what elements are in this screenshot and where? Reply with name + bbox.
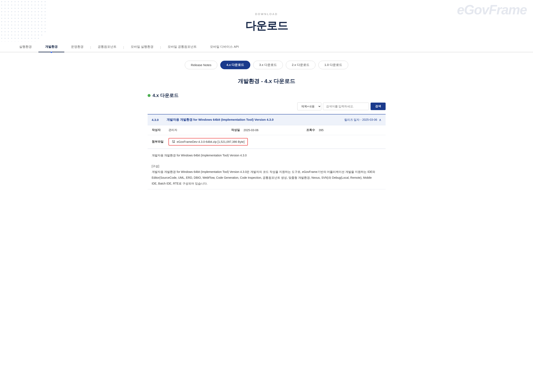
svg-point-168 (11, 41, 12, 42)
svg-point-55 (45, 11, 46, 12)
tab-mobile-common[interactable]: 모바일 공통컴포넌트 (161, 42, 203, 52)
subtab-row: Release Notes 4.x 다운로드 3.x 다운로드 2.x 다운로드… (148, 61, 385, 69)
svg-point-153 (1, 38, 2, 39)
tab-common[interactable]: 공통컴포넌트 (91, 42, 123, 52)
tab-dev[interactable]: 개발환경 (38, 42, 64, 52)
svg-point-54 (41, 11, 42, 12)
svg-point-13 (45, 1, 46, 2)
svg-point-42 (1, 11, 2, 12)
subtab-4x[interactable]: 4.x 다운로드 (220, 61, 250, 69)
chevron-up-icon: ∧ (379, 118, 381, 122)
svg-point-49 (25, 11, 26, 12)
svg-point-2 (8, 1, 9, 2)
item-version: 4.3.0 (152, 118, 163, 121)
subtab-1x[interactable]: 1.0 다운로드 (318, 61, 348, 69)
svg-point-161 (28, 38, 29, 39)
svg-point-46 (15, 11, 16, 12)
svg-point-0 (1, 1, 2, 2)
svg-point-17 (11, 5, 12, 6)
search-input[interactable] (323, 103, 369, 110)
tab-mobile-device[interactable]: 모바일 디바이스 API (203, 42, 246, 52)
author-value: 관리자 (168, 128, 231, 132)
tab-navigation: 실행환경 개발환경 운영환경 | 공통컴포넌트 | 모바일 실행환경 | 모바일… (0, 42, 533, 52)
svg-point-28 (1, 8, 2, 9)
svg-point-16 (8, 5, 9, 6)
svg-point-15 (5, 5, 6, 6)
author-label: 작성자 (152, 128, 168, 132)
svg-point-154 (5, 38, 6, 39)
svg-point-40 (41, 8, 42, 9)
item-release-date: 릴리즈 일자 - 2025-03-06 ∧ (344, 118, 381, 122)
svg-point-21 (25, 5, 26, 6)
svg-point-151 (38, 35, 39, 36)
tab-runtime[interactable]: 실행환경 (13, 42, 38, 52)
svg-point-1 (5, 1, 6, 2)
svg-point-44 (8, 11, 9, 12)
svg-point-9 (31, 1, 32, 2)
svg-point-20 (21, 5, 22, 6)
svg-point-155 (8, 38, 9, 39)
file-icon: 🖫 (172, 140, 175, 144)
svg-point-165 (1, 41, 2, 42)
tab-mobile-runtime[interactable]: 모바일 실행환경 (124, 42, 160, 52)
svg-point-5 (18, 1, 19, 2)
search-button[interactable]: 검색 (371, 103, 385, 110)
attachment-file-link[interactable]: 🖫 eGovFrameDev-4.3.0-64bit.zip [1,521,09… (168, 138, 248, 145)
section-heading: 4.x 다운로드 (153, 92, 179, 99)
search-type-select[interactable]: 제목+내용 (297, 102, 321, 110)
header-area: eGovFrame DOWNLOAD 다운로드 (0, 0, 533, 42)
svg-point-51 (31, 11, 32, 12)
svg-point-41 (45, 8, 46, 9)
svg-point-19 (18, 5, 19, 6)
svg-point-148 (28, 35, 29, 36)
svg-point-141 (5, 35, 6, 36)
svg-point-166 (5, 41, 6, 42)
svg-point-33 (18, 8, 19, 9)
svg-point-167 (8, 41, 9, 42)
svg-point-164 (38, 38, 39, 39)
svg-point-147 (25, 35, 26, 36)
svg-point-14 (1, 5, 2, 6)
header-title: 다운로드 (0, 19, 533, 33)
tab-ops[interactable]: 운영환경 (64, 42, 90, 52)
svg-point-23 (31, 5, 32, 6)
svg-point-6 (21, 1, 22, 2)
subtab-2x[interactable]: 2.x 다운로드 (286, 61, 315, 69)
svg-point-26 (41, 5, 42, 6)
svg-point-47 (18, 11, 19, 12)
svg-point-143 (11, 35, 12, 36)
attachment-filename: eGovFrameDev-4.3.0-64bit.zip [1,521,097,… (177, 140, 245, 144)
list-item-header[interactable]: 4.3.0 개발자용 개발환경 for Windows 64bit (Imple… (148, 114, 385, 125)
svg-point-29 (5, 8, 6, 9)
date-label: 작성일 (231, 128, 244, 132)
svg-point-52 (35, 11, 36, 12)
subtab-3x[interactable]: 3.x 다운로드 (253, 61, 283, 69)
svg-point-18 (15, 5, 16, 6)
svg-point-39 (38, 8, 39, 9)
svg-point-4 (15, 1, 16, 2)
svg-point-34 (21, 8, 22, 9)
svg-point-31 (11, 8, 12, 9)
detail-meta-row: 작성자 관리자 작성일 2025-03-06 조회수 395 (148, 125, 385, 135)
svg-point-36 (28, 8, 29, 9)
views-label: 조회수 (306, 128, 319, 132)
date-value: 2025-03-06 (244, 128, 306, 132)
svg-point-144 (15, 35, 16, 36)
svg-point-156 (11, 38, 12, 39)
svg-point-149 (31, 35, 32, 36)
svg-point-3 (11, 1, 12, 2)
svg-point-145 (18, 35, 19, 36)
subtab-release-notes[interactable]: Release Notes (185, 61, 217, 69)
svg-point-150 (35, 35, 36, 36)
svg-point-53 (38, 11, 39, 12)
svg-point-48 (21, 11, 22, 12)
header-subtitle: DOWNLOAD (0, 13, 533, 16)
svg-point-37 (31, 8, 32, 9)
search-row: 제목+내용 검색 (148, 102, 385, 110)
svg-point-146 (21, 35, 22, 36)
svg-point-11 (38, 1, 39, 2)
svg-point-157 (15, 38, 16, 39)
svg-point-12 (41, 1, 42, 2)
detail-grid: 작성자 관리자 작성일 2025-03-06 조회수 395 첨부파일 🖫 eG… (148, 125, 385, 149)
svg-point-25 (38, 5, 39, 6)
